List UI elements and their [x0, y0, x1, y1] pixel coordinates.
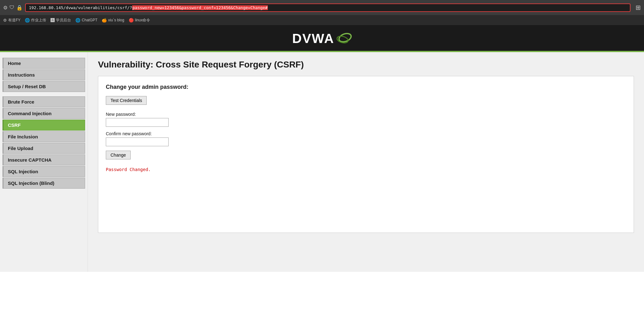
address-bar-text: 192.168.80.145/dvwa/vulnerabilities/csrf… — [29, 5, 268, 10]
content-box: Change your admin password: Test Credent… — [98, 76, 634, 233]
settings-icon[interactable]: ⚙ — [3, 5, 8, 11]
blog-icon: 🍊 — [102, 18, 107, 23]
dvwa-logo: DVWA — [292, 31, 352, 46]
new-password-input[interactable] — [106, 118, 169, 127]
bookmark-chatgpt[interactable]: 🌐 ChatGPT — [75, 18, 97, 23]
chatgpt-icon: 🌐 — [75, 18, 80, 23]
sidebar: Home Instructions Setup / Reset DB Brute… — [0, 52, 88, 272]
sidebar-item-insecure-captcha[interactable]: Insecure CAPTCHA — [3, 154, 85, 165]
confirm-password-label: Confirm new password: — [106, 131, 626, 136]
confirm-password-group: Confirm new password: — [106, 131, 626, 146]
success-message: Password Changed. — [106, 167, 626, 172]
sidebar-item-file-inclusion[interactable]: File Inclusion — [3, 131, 85, 142]
dvwa-header: DVWA — [0, 25, 644, 52]
form-section-title: Change your admin password: — [106, 84, 626, 90]
dvwa-swoosh-icon — [333, 31, 352, 46]
main-layout: Home Instructions Setup / Reset DB Brute… — [0, 52, 644, 272]
sidebar-divider — [0, 93, 88, 96]
bookmark-blog[interactable]: 🍊 xiu`s blog — [102, 18, 124, 23]
bookmark-youdao[interactable]: ⚙ 有道FY — [3, 18, 20, 23]
bookmark-student[interactable]: 🅰 学员后台 — [51, 18, 71, 23]
sidebar-item-sql-injection[interactable]: SQL Injection — [3, 166, 85, 177]
page-title: Vulnerability: Cross Site Request Forger… — [98, 60, 634, 70]
new-password-group: New password: — [106, 112, 626, 127]
upload-icon: 🌐 — [25, 18, 30, 23]
sidebar-item-file-upload[interactable]: File Upload — [3, 143, 85, 154]
browser-toolbar: ⚙ 🛡 🔒 192.168.80.145/dvwa/vulnerabilitie… — [0, 0, 644, 15]
bookmarks-bar: ⚙ 有道FY 🌐 作业上传 🅰 学员后台 🌐 ChatGPT 🍊 xiu`s b… — [0, 15, 644, 25]
browser-chrome: ⚙ 🛡 🔒 192.168.80.145/dvwa/vulnerabilitie… — [0, 0, 644, 25]
dvwa-logo-text: DVWA — [292, 31, 334, 46]
qr-icon[interactable]: ⊞ — [636, 4, 641, 11]
sidebar-item-command-injection[interactable]: Command Injection — [3, 108, 85, 119]
sidebar-item-instructions[interactable]: Instructions — [3, 69, 85, 80]
bookmark-linux[interactable]: 🔴 linux命令 — [129, 18, 150, 23]
sidebar-item-brute-force[interactable]: Brute Force — [3, 96, 85, 107]
sidebar-item-setup[interactable]: Setup / Reset DB — [3, 81, 85, 92]
address-bar[interactable]: 192.168.80.145/dvwa/vulnerabilities/csrf… — [25, 3, 630, 12]
svg-point-1 — [336, 35, 349, 44]
youdao-icon: ⚙ — [3, 18, 7, 23]
bookmark-upload[interactable]: 🌐 作业上传 — [25, 18, 46, 23]
test-credentials-button[interactable]: Test Credentials — [106, 96, 147, 105]
sidebar-item-csrf[interactable]: CSRF — [3, 120, 85, 131]
shield-icon: 🛡 — [9, 5, 14, 10]
browser-icons: ⚙ 🛡 🔒 — [3, 5, 23, 11]
lock-icon: 🔒 — [16, 5, 23, 11]
student-icon: 🅰 — [51, 18, 55, 23]
sidebar-item-home[interactable]: Home — [3, 58, 85, 69]
content-area: Vulnerability: Cross Site Request Forger… — [88, 52, 644, 272]
new-password-label: New password: — [106, 112, 626, 117]
linux-icon: 🔴 — [129, 18, 134, 23]
change-button[interactable]: Change — [106, 151, 131, 159]
sidebar-item-sql-injection-blind[interactable]: SQL Injection (Blind) — [3, 178, 85, 189]
confirm-password-input[interactable] — [106, 137, 169, 146]
